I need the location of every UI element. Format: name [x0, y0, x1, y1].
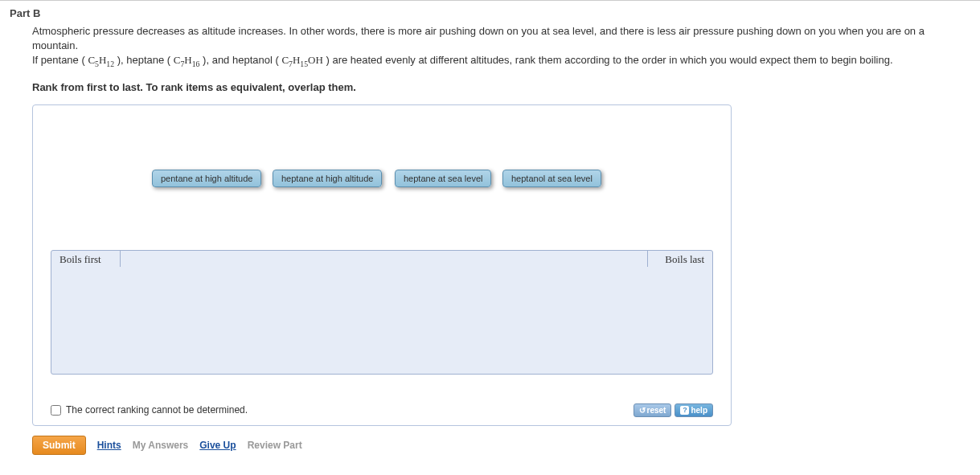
item-staging-area[interactable]: pentane at high altitude heptane at high…	[33, 105, 731, 250]
cannot-determine-label: The correct ranking cannot be determined…	[66, 404, 248, 416]
formula-heptanol: C7H15OH	[281, 54, 322, 66]
rank-item-heptane-sea[interactable]: heptane at sea level	[395, 170, 491, 187]
my-answers-link: My Answers	[133, 440, 189, 451]
help-icon: ?	[680, 406, 689, 415]
sep1: ), heptane (	[114, 54, 174, 66]
rank-item-heptanol-sea[interactable]: heptanol at sea level	[502, 170, 601, 187]
review-part-link: Review Part	[248, 440, 302, 451]
hints-link[interactable]: Hints	[97, 440, 121, 451]
divider	[120, 251, 121, 267]
question-text: Atmospheric pressure decreases as altitu…	[32, 24, 948, 70]
rank-instruction: Rank from first to last. To rank items a…	[32, 81, 948, 93]
rank-item-pentane-high[interactable]: pentane at high altitude	[152, 170, 261, 187]
formula-heptane: C7H16	[174, 54, 200, 66]
reset-button[interactable]: ↺ reset	[634, 403, 672, 417]
rank-drop-zone[interactable]: Boils first Boils last	[51, 250, 713, 375]
divider	[647, 251, 648, 267]
help-button[interactable]: ? help	[675, 403, 713, 417]
sep2: ), and heptanol (	[199, 54, 281, 66]
rank-widget: pentane at high altitude heptane at high…	[32, 104, 732, 426]
widget-buttons: ↺ reset ? help	[634, 403, 713, 417]
question-line1: Atmospheric pressure decreases as altitu…	[32, 25, 925, 51]
question-line2-pre: If pentane (	[32, 54, 88, 66]
drop-label-first: Boils first	[56, 253, 105, 266]
cannot-determine-checkbox[interactable]	[51, 405, 61, 416]
reset-icon: ↺	[639, 406, 646, 415]
question-line2-post: ) are heated evenly at different altitud…	[323, 54, 893, 66]
formula-pentane: C5H12	[88, 54, 114, 66]
give-up-link[interactable]: Give Up	[199, 440, 236, 451]
part-label: Part B	[0, 1, 980, 24]
reset-label: reset	[647, 406, 666, 415]
help-label: help	[691, 406, 707, 415]
submit-button[interactable]: Submit	[32, 436, 86, 455]
action-row: Submit Hints My Answers Give Up Review P…	[32, 436, 948, 455]
rank-item-heptane-high[interactable]: heptane at high altitude	[273, 170, 382, 187]
widget-footer: The correct ranking cannot be determined…	[51, 403, 713, 417]
drop-label-last: Boils last	[662, 253, 707, 266]
cannot-determine-row[interactable]: The correct ranking cannot be determined…	[51, 404, 248, 416]
